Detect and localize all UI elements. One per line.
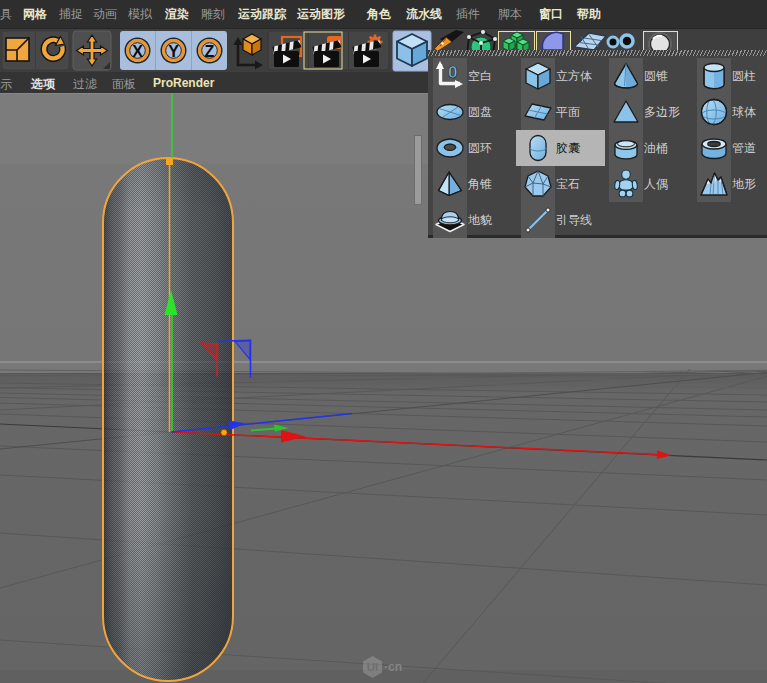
svg-text:引导线: 引导线: [556, 213, 592, 227]
svg-text:圆柱: 圆柱: [732, 69, 756, 83]
svg-text:UI: UI: [367, 661, 379, 673]
svg-text:胶囊: 胶囊: [556, 141, 580, 155]
svg-text:地貌: 地貌: [468, 213, 492, 227]
svg-text:球体: 球体: [732, 105, 756, 119]
svg-text:·cn: ·cn: [384, 660, 402, 674]
svg-text:角锥: 角锥: [467, 177, 492, 191]
svg-text:宝石: 宝石: [556, 177, 580, 191]
svg-text:立方体: 立方体: [556, 69, 592, 83]
svg-text:圆盘: 圆盘: [468, 105, 492, 119]
svg-text:平面: 平面: [556, 105, 580, 119]
svg-text:多边形: 多边形: [644, 105, 680, 119]
svg-text:人偶: 人偶: [644, 177, 668, 191]
svg-text:Z: Z: [205, 43, 215, 60]
svg-text:X: X: [132, 43, 143, 60]
svg-text:管道: 管道: [732, 141, 756, 155]
svg-text:0: 0: [448, 63, 457, 82]
svg-text:空白: 空白: [468, 69, 492, 83]
svg-text:地形: 地形: [732, 177, 756, 191]
svg-text:圆锥: 圆锥: [644, 69, 668, 83]
svg-text:圆环: 圆环: [468, 141, 492, 155]
svg-text:油桶: 油桶: [644, 141, 668, 155]
svg-text:Y: Y: [168, 43, 179, 60]
